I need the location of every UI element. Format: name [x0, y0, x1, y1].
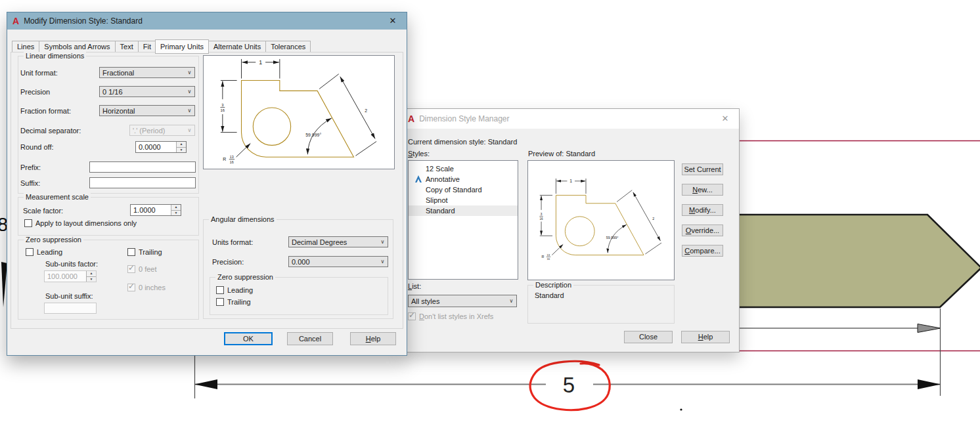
- style-item-12-scale[interactable]: 12 Scale: [409, 163, 518, 174]
- svg-text:16: 16: [230, 160, 234, 164]
- zero-feet-label: 0 feet: [139, 265, 157, 273]
- angular-leading-checkbox[interactable]: Leading: [216, 286, 253, 294]
- description-group-label: Description: [533, 281, 573, 289]
- svg-text:16: 16: [547, 257, 550, 261]
- unit-format-select[interactable]: Fractional ∨: [99, 67, 195, 78]
- dimension-preview-drawing: 1 3 16 2 59.999° R 13 16: [204, 56, 393, 167]
- new-button[interactable]: New...: [682, 184, 723, 196]
- angular-leading-label: Leading: [227, 286, 253, 294]
- compare-button[interactable]: Compare...: [682, 245, 723, 257]
- zero-inches-label: 0 inches: [139, 284, 166, 291]
- dont-list-xrefs-label: Don't list styles in Xrefs: [419, 312, 493, 320]
- sub-unit-suffix-input: [44, 303, 97, 314]
- fraction-format-value: Horizontal: [100, 107, 185, 115]
- dsm-title: Dimension Style Manager: [419, 114, 509, 123]
- angular-precision-select[interactable]: 0.000 ∨: [288, 256, 388, 267]
- zero-suppression-label: Zero suppression: [24, 236, 83, 244]
- preview-shape-outline: [242, 81, 354, 158]
- override-button[interactable]: Override...: [682, 224, 723, 236]
- svg-text:16: 16: [539, 217, 543, 221]
- close-button[interactable]: Close: [624, 331, 673, 343]
- modify-button[interactable]: Modify...: [682, 204, 723, 216]
- measurement-scale-label: Measurement scale: [24, 193, 91, 201]
- current-style-text: Current dimension style: Standard: [408, 138, 517, 146]
- chevron-down-icon: ∨: [506, 298, 516, 304]
- spin-up-icon[interactable]: ▲: [171, 205, 181, 211]
- suffix-input[interactable]: [89, 177, 196, 188]
- unit-format-value: Fractional: [100, 69, 185, 77]
- spin-down-icon[interactable]: ▼: [171, 211, 181, 216]
- styles-listbox[interactable]: 12 Scale Annotative Copy of Standard Sli…: [408, 160, 518, 280]
- dimension-text-5[interactable]: 5: [563, 373, 575, 397]
- units-format-label: Units format:: [212, 238, 253, 246]
- modify-titlebar[interactable]: A Modify Dimension Style: Standard ✕: [7, 12, 407, 30]
- angular-units-format-select[interactable]: Decimal Degrees ∨: [288, 236, 388, 247]
- help-button[interactable]: Help: [350, 332, 396, 345]
- spin-down-icon[interactable]: ▼: [177, 148, 186, 153]
- set-current-button[interactable]: Set Current: [682, 163, 723, 175]
- sub-units-factor-label: Sub-units factor:: [45, 260, 98, 268]
- svg-text:13: 13: [230, 155, 234, 159]
- modify-title: Modify Dimension Style: Standard: [24, 16, 143, 26]
- precision-select[interactable]: 0 1/16 ∨: [99, 86, 195, 97]
- style-item-copy-of-standard[interactable]: Copy of Standard: [409, 184, 518, 195]
- apply-layout-checkbox[interactable]: Apply to layout dimensions only: [24, 219, 137, 227]
- angular-dimensions-label: Angular dimensions: [209, 215, 277, 223]
- spin-down-icon: ▼: [87, 277, 96, 282]
- unit-format-label: Unit format:: [20, 69, 58, 77]
- preview-dimension-texts: 1 3 16 2 59.999° R 13 16: [221, 59, 368, 164]
- checkbox-box: [26, 248, 33, 256]
- angular-trailing-checkbox[interactable]: Trailing: [216, 298, 251, 306]
- sub-units-factor-value: 100.0000: [45, 271, 86, 282]
- tab-primary-units[interactable]: Primary Units: [155, 39, 209, 54]
- leading-checkbox[interactable]: Leading: [26, 248, 62, 256]
- fraction-format-select[interactable]: Horizontal ∨: [99, 105, 195, 116]
- list-filter-select[interactable]: All styles ∨: [408, 295, 517, 307]
- styles-label: Styles:: [408, 150, 430, 158]
- right-arrowhead: [918, 379, 941, 389]
- sub-unit-suffix-label: Sub-unit suffix:: [45, 292, 93, 300]
- dsm-titlebar[interactable]: A Dimension Style Manager ✕: [403, 109, 739, 129]
- preview-of-label: Preview of: Standard: [528, 150, 595, 158]
- suffix-label: Suffix:: [20, 179, 40, 187]
- check-icon: ✓: [409, 311, 415, 319]
- scale-factor-spinner[interactable]: 1.0000 ▲▼: [130, 204, 181, 216]
- style-item-annotative[interactable]: Annotative: [409, 174, 518, 184]
- checkbox-box: [216, 286, 224, 294]
- round-off-value: 0.0000: [136, 142, 176, 152]
- precision-value: 0 1/16: [100, 88, 185, 96]
- tab-strip: Lines Symbols and Arrows Text Fit Primar…: [12, 39, 311, 53]
- round-off-spinner[interactable]: 0.0000 ▲▼: [135, 141, 187, 153]
- cancel-button[interactable]: Cancel: [287, 332, 333, 345]
- spin-up-icon[interactable]: ▲: [177, 142, 186, 148]
- drawing-point: [680, 408, 682, 410]
- ok-button[interactable]: OK: [224, 332, 273, 345]
- close-icon[interactable]: ✕: [379, 12, 407, 30]
- checkbox-box: [127, 248, 135, 256]
- dimension-preview-box: 1 3 16 2 59.999° R 13 16: [203, 55, 395, 169]
- close-icon[interactable]: ✕: [711, 109, 739, 129]
- zero-inches-checkbox: ✓ 0 inches: [127, 284, 166, 291]
- dimension-preview-drawing: 1 3 16 2 59.999° R 13 16: [528, 161, 673, 278]
- trailing-checkbox[interactable]: Trailing: [127, 248, 162, 256]
- style-item-slipnot[interactable]: Slipnot: [409, 195, 518, 205]
- fraction-format-label: Fraction format:: [20, 107, 71, 115]
- checkbox-box: [216, 298, 224, 306]
- preview-shape-outline: [556, 195, 644, 255]
- arrow-shape[interactable]: [723, 215, 980, 307]
- measurement-scale-group: Measurement scale: [18, 197, 199, 236]
- svg-text:2: 2: [365, 108, 367, 113]
- svg-text:13: 13: [547, 253, 550, 257]
- help-button[interactable]: Help: [681, 331, 730, 343]
- style-item-standard[interactable]: Standard: [409, 205, 518, 216]
- spin-up-icon: ▲: [87, 271, 96, 277]
- svg-text:1: 1: [259, 59, 262, 66]
- trailing-label: Trailing: [139, 248, 162, 256]
- upper-dimension-arrowhead: [918, 324, 941, 333]
- prefix-input[interactable]: [89, 161, 196, 173]
- dont-list-xrefs-checkbox[interactable]: ✓ Don't list styles in Xrefs: [408, 312, 493, 320]
- autocad-logo-icon: A: [12, 16, 19, 26]
- angular-precision-value: 0.000: [289, 258, 378, 266]
- description-group: Description Standard: [527, 285, 675, 324]
- svg-text:3: 3: [221, 103, 224, 107]
